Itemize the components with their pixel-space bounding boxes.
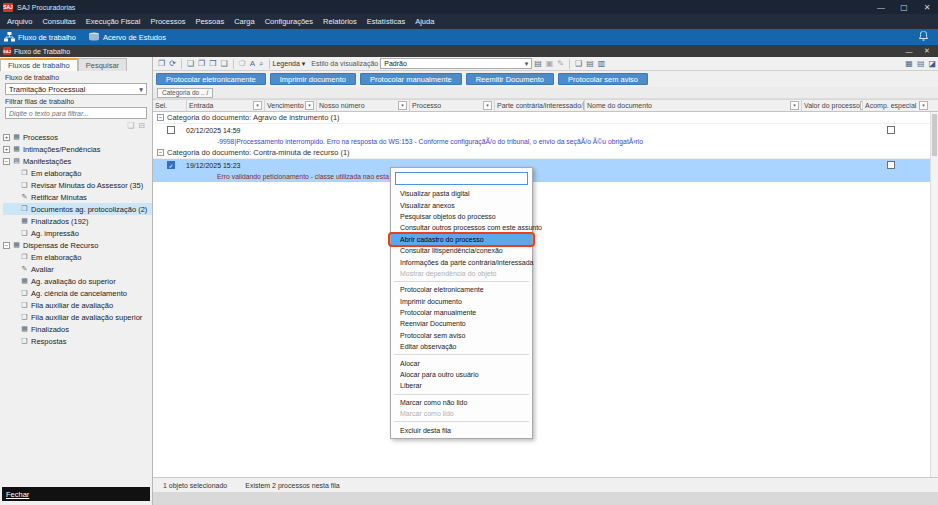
scrollbar-thumb[interactable] xyxy=(932,114,937,156)
tree-item-finalizados-2[interactable]: ▦Finalizados xyxy=(3,323,152,335)
header-nosso-numero[interactable]: Nosso número▾ xyxy=(317,100,410,111)
workflow-close-button[interactable]: ✕ xyxy=(918,45,936,57)
tree-item-documentos-ag-protocolizacao[interactable]: ❒Documentos ag. protocolização (2) xyxy=(3,203,152,215)
context-menu-search-input[interactable] xyxy=(395,172,528,185)
tree-item-em-elaboracao-2[interactable]: ❐Em elaboração xyxy=(3,251,152,263)
menu-item-consultar-outros-processos[interactable]: Consultar outros processos com este assu… xyxy=(391,222,532,233)
menu-item-imprimir-documento[interactable]: Imprimir documento xyxy=(391,296,532,307)
tree-item-finalizados[interactable]: ▦Finalizados (192) xyxy=(3,215,152,227)
header-sel[interactable]: Sel. xyxy=(153,100,187,111)
menu-item-excluir-desta-fila[interactable]: Excluir desta fila xyxy=(391,424,532,435)
menu-relatorios[interactable]: Relatórios xyxy=(318,17,362,26)
tree-item-ag-avaliacao-superior[interactable]: ▦Ag. avaliação do superior xyxy=(3,275,152,287)
header-valor-processo[interactable]: Valor do processo▾ xyxy=(802,100,863,111)
tree-item-avaliar[interactable]: ✎Avaliar xyxy=(3,263,152,275)
menu-ajuda[interactable]: Ajuda xyxy=(410,17,439,26)
menu-item-abrir-cadastro-do-processo[interactable]: Abrir cadastro do processo xyxy=(391,234,532,245)
expander-icon[interactable]: + xyxy=(3,146,10,153)
menu-item-protocolar-sem-aviso[interactable]: Protocolar sem aviso xyxy=(391,330,532,341)
flow-select[interactable]: Tramitação Processual ▾ xyxy=(5,83,147,95)
filter-icon[interactable]: ▾ xyxy=(305,101,314,110)
tree-collapse-icon[interactable]: ❏ xyxy=(127,121,134,130)
layout-view-icon[interactable]: ▤ xyxy=(917,59,925,68)
groupby-chip[interactable]: Categoria do .. / xyxy=(157,88,213,98)
edit-icon[interactable]: ✎ xyxy=(557,59,564,68)
filter-icon[interactable]: ▾ xyxy=(253,101,262,110)
menu-execucao-fiscal[interactable]: Execução Fiscal xyxy=(81,17,146,26)
menu-processos[interactable]: Processos xyxy=(145,17,190,26)
imprimir-documento-button[interactable]: Imprimir documento xyxy=(270,73,356,85)
group-collapse-icon[interactable]: − xyxy=(157,149,164,156)
table-row[interactable]: 02/12/2025 14:59 xyxy=(153,124,930,136)
menu-item-pesquisar-objetos[interactable]: Pesquisar objetos do processo xyxy=(391,211,532,222)
menu-arquivo[interactable]: Arquivo xyxy=(2,17,37,26)
menu-estatisticas[interactable]: Estatísticas xyxy=(362,17,410,26)
header-vencimento[interactable]: Vencimento▾ xyxy=(265,100,317,111)
table-row-selected[interactable]: ✓ 19/12/2025 15:23 xyxy=(153,159,930,171)
tree-item-ag-ciencia-cancelamento[interactable]: ❑Ag. ciência de cancelamento xyxy=(3,287,152,299)
tree-filter-icon[interactable]: ⊟ xyxy=(138,121,145,130)
fechar-button[interactable]: Fechar xyxy=(2,487,150,501)
menu-carga[interactable]: Carga xyxy=(229,17,259,26)
menu-configuracoes[interactable]: Configurações xyxy=(260,17,318,26)
tree-item-dispensas-de-recurso[interactable]: −▦Dispensas de Recurso xyxy=(3,239,152,251)
menu-item-alocar-para-outro-usuario[interactable]: Alocar para outro usuário xyxy=(391,369,532,380)
expander-icon[interactable]: − xyxy=(3,158,10,165)
tab-pesquisar[interactable]: Pesquisar xyxy=(78,58,127,71)
acervo-de-estudos-button[interactable]: Acervo de Estudos xyxy=(88,32,166,42)
grid-view-icon[interactable]: ▦ xyxy=(905,59,913,68)
menu-item-protocolar-eletronicamente[interactable]: Protocolar eletronicamente xyxy=(391,284,532,295)
tree-item-fila-auxiliar-avaliacao-superior[interactable]: ❑Fila auxiliar de avaliação superior xyxy=(3,311,152,323)
tree-item-em-elaboracao[interactable]: ❐Em elaboração xyxy=(3,167,152,179)
filter-icon[interactable]: ▾ xyxy=(398,101,407,110)
menu-item-protocolar-manualmente[interactable]: Protocolar manualmente xyxy=(391,307,532,318)
row-checkbox-checked[interactable]: ✓ xyxy=(167,161,175,169)
filter-icon[interactable]: ▾ xyxy=(919,101,928,110)
header-processo[interactable]: Processo▾ xyxy=(410,100,495,111)
close-button[interactable]: ✕ xyxy=(916,0,938,14)
tree-item-manifestacoes[interactable]: −▤Manifestações xyxy=(3,155,152,167)
filter-input[interactable] xyxy=(5,107,147,119)
find-text-icon[interactable]: A xyxy=(250,59,255,68)
group-header-contra-minuta[interactable]: − Categoria do documento: Contra-minuta … xyxy=(153,147,930,159)
tree-item-intimacoes[interactable]: +▦Intimações/Pendências xyxy=(3,143,152,155)
reemitir-documento-button[interactable]: Reemitir Documento xyxy=(466,73,554,85)
header-nome-documento[interactable]: Nome do documento▾ xyxy=(585,100,802,111)
minimize-button[interactable]: — xyxy=(870,0,892,14)
forward-icon[interactable]: ❒ xyxy=(209,59,216,68)
menu-item-visualizar-pasta-digital[interactable]: Visualizar pasta digital xyxy=(391,188,532,199)
menu-pessoas[interactable]: Pessoas xyxy=(190,17,229,26)
tree-item-retificar-minutas[interactable]: ✎Retificar Minutas xyxy=(3,191,152,203)
menu-item-editar-observacao[interactable]: Editar observação xyxy=(391,341,532,352)
header-entrada[interactable]: Entrada▾ xyxy=(187,100,265,111)
protocolar-eletronicamente-button[interactable]: Protocolar eletronicamente xyxy=(156,73,266,85)
stack-icon[interactable]: ❏ xyxy=(575,59,582,68)
display-icon[interactable]: ▤ xyxy=(534,59,542,68)
expander-icon[interactable]: + xyxy=(3,134,10,141)
menu-consultas[interactable]: Consultas xyxy=(37,17,80,26)
locate-icon[interactable]: ❍ xyxy=(239,59,246,68)
vertical-scrollbar[interactable] xyxy=(930,112,938,477)
lock-icon[interactable]: ▣ xyxy=(546,59,554,68)
cards-icon[interactable]: ▥ xyxy=(598,59,606,68)
menu-item-visualizar-anexos[interactable]: Visualizar anexos xyxy=(391,199,532,210)
menu-item-marcar-como-nao-lido[interactable]: Marcar como não lido xyxy=(391,397,532,408)
new-document-icon[interactable]: ❐ xyxy=(158,59,165,68)
maximize-button[interactable]: ▢ xyxy=(893,0,915,14)
refresh-icon[interactable]: ⟳ xyxy=(169,59,176,68)
copy-icon[interactable]: ❏ xyxy=(187,59,194,68)
header-parte-contraria[interactable]: Parte contrária/interessado/▾ xyxy=(495,100,585,111)
menu-item-informacoes-parte-contraria[interactable]: Informações da parte contrária/interessa… xyxy=(391,256,532,267)
filter-icon[interactable]: ▾ xyxy=(483,101,492,110)
row-checkbox[interactable] xyxy=(167,126,175,134)
move-icon[interactable]: ❐ xyxy=(198,59,205,68)
notifications-button[interactable] xyxy=(919,31,928,44)
expander-icon[interactable]: − xyxy=(3,242,10,249)
menu-item-reenviar-documento[interactable]: Reenviar Documento xyxy=(391,318,532,329)
fluxo-de-trabalho-button[interactable]: Fluxo de trabalho xyxy=(4,32,76,42)
protocolar-manualmente-button[interactable]: Protocolar manualmente xyxy=(360,73,462,85)
tree-item-fila-auxiliar-avaliacao[interactable]: ❑Fila auxiliar de avaliação xyxy=(3,299,152,311)
search-icon[interactable]: ⌕ xyxy=(259,59,263,69)
notepad-icon[interactable]: ▤ xyxy=(586,59,594,68)
panel-view-icon[interactable]: ◪ xyxy=(928,59,936,68)
